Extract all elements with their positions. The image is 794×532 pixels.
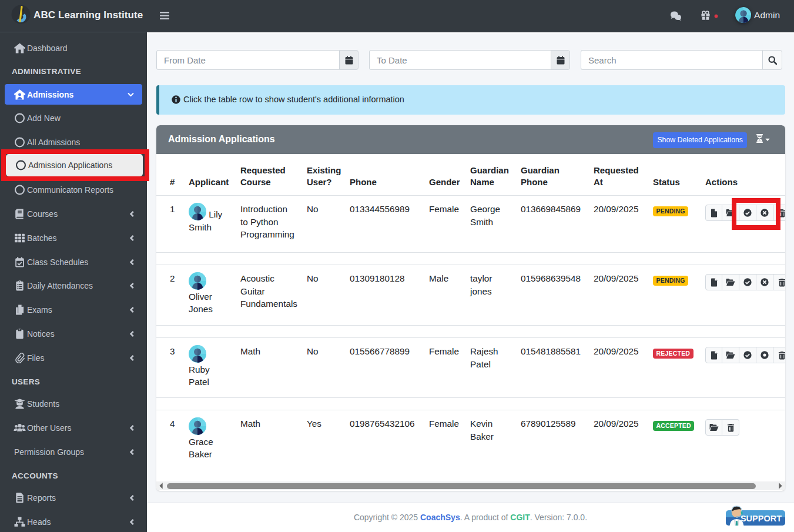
svg-text:SUPPORT: SUPPORT — [741, 514, 782, 523]
